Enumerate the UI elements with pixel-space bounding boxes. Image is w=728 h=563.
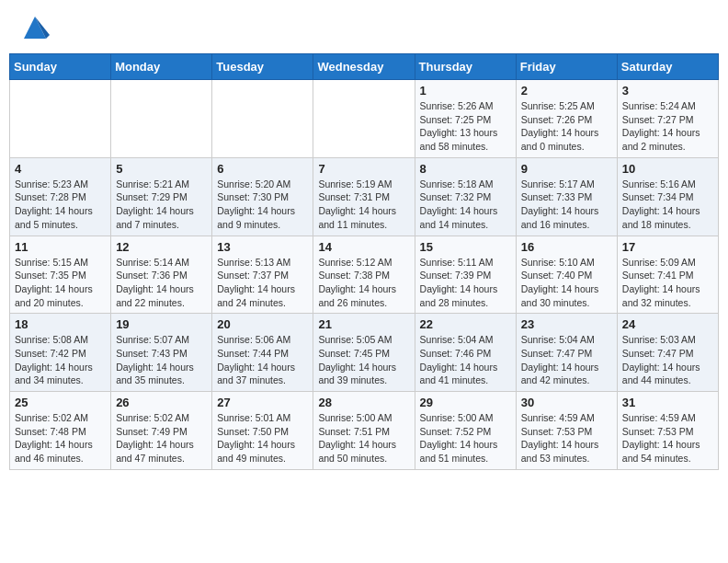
- day-info: Sunrise: 5:08 AM Sunset: 7:42 PM Dayligh…: [15, 333, 106, 387]
- weekday-header-row: SundayMondayTuesdayWednesdayThursdayFrid…: [10, 54, 719, 80]
- day-number: 23: [521, 317, 612, 331]
- week-row-4: 18Sunrise: 5:08 AM Sunset: 7:42 PM Dayli…: [10, 314, 719, 392]
- day-info: Sunrise: 4:59 AM Sunset: 7:53 PM Dayligh…: [521, 411, 612, 465]
- day-cell: 31Sunrise: 4:59 AM Sunset: 7:53 PM Dayli…: [617, 392, 718, 470]
- day-number: 1: [420, 84, 511, 98]
- day-number: 6: [217, 162, 308, 176]
- day-number: 4: [15, 162, 106, 176]
- day-cell: 12Sunrise: 5:14 AM Sunset: 7:36 PM Dayli…: [111, 236, 212, 314]
- day-cell: 25Sunrise: 5:02 AM Sunset: 7:48 PM Dayli…: [10, 392, 111, 470]
- day-info: Sunrise: 5:05 AM Sunset: 7:45 PM Dayligh…: [318, 333, 409, 387]
- day-cell: 23Sunrise: 5:04 AM Sunset: 7:47 PM Dayli…: [516, 314, 617, 392]
- day-number: 25: [15, 396, 106, 409]
- weekday-header-saturday: Saturday: [617, 54, 718, 80]
- day-info: Sunrise: 5:21 AM Sunset: 7:29 PM Dayligh…: [116, 178, 207, 232]
- day-number: 29: [420, 396, 511, 409]
- day-cell: 11Sunrise: 5:15 AM Sunset: 7:35 PM Dayli…: [10, 236, 111, 314]
- day-number: 8: [420, 162, 511, 176]
- day-cell: 27Sunrise: 5:01 AM Sunset: 7:50 PM Dayli…: [212, 392, 313, 470]
- weekday-header-friday: Friday: [516, 54, 617, 80]
- day-number: 16: [521, 240, 612, 254]
- day-cell: 26Sunrise: 5:02 AM Sunset: 7:49 PM Dayli…: [111, 392, 212, 470]
- day-number: 5: [116, 162, 207, 176]
- weekday-header-tuesday: Tuesday: [212, 54, 313, 80]
- day-number: 30: [521, 396, 612, 409]
- day-number: 7: [318, 162, 409, 176]
- week-row-1: 1Sunrise: 5:26 AM Sunset: 7:25 PM Daylig…: [10, 80, 719, 158]
- day-cell: 21Sunrise: 5:05 AM Sunset: 7:45 PM Dayli…: [313, 314, 415, 392]
- day-cell: 28Sunrise: 5:00 AM Sunset: 7:51 PM Dayli…: [313, 392, 415, 470]
- day-info: Sunrise: 5:15 AM Sunset: 7:35 PM Dayligh…: [15, 256, 106, 310]
- day-info: Sunrise: 5:14 AM Sunset: 7:36 PM Dayligh…: [116, 256, 207, 310]
- day-info: Sunrise: 5:01 AM Sunset: 7:50 PM Dayligh…: [217, 411, 308, 465]
- day-info: Sunrise: 5:12 AM Sunset: 7:38 PM Dayligh…: [318, 256, 409, 310]
- day-cell: 16Sunrise: 5:10 AM Sunset: 7:40 PM Dayli…: [516, 236, 617, 314]
- day-cell: 18Sunrise: 5:08 AM Sunset: 7:42 PM Dayli…: [10, 314, 111, 392]
- day-info: Sunrise: 5:02 AM Sunset: 7:49 PM Dayligh…: [116, 411, 207, 465]
- day-number: 17: [622, 240, 713, 254]
- week-row-5: 25Sunrise: 5:02 AM Sunset: 7:48 PM Dayli…: [10, 392, 719, 470]
- day-info: Sunrise: 5:10 AM Sunset: 7:40 PM Dayligh…: [521, 256, 612, 310]
- day-info: Sunrise: 5:13 AM Sunset: 7:37 PM Dayligh…: [217, 256, 308, 310]
- day-number: 28: [318, 396, 409, 409]
- day-cell: 13Sunrise: 5:13 AM Sunset: 7:37 PM Dayli…: [212, 236, 313, 314]
- day-info: Sunrise: 5:24 AM Sunset: 7:27 PM Dayligh…: [622, 99, 713, 154]
- day-number: 12: [116, 240, 207, 254]
- day-cell: 22Sunrise: 5:04 AM Sunset: 7:46 PM Dayli…: [415, 314, 516, 392]
- day-number: 14: [318, 240, 409, 254]
- day-info: Sunrise: 5:23 AM Sunset: 7:28 PM Dayligh…: [15, 178, 106, 232]
- day-cell: 1Sunrise: 5:26 AM Sunset: 7:25 PM Daylig…: [415, 80, 516, 158]
- weekday-header-wednesday: Wednesday: [313, 54, 415, 80]
- day-info: Sunrise: 5:18 AM Sunset: 7:32 PM Dayligh…: [420, 178, 511, 232]
- day-info: Sunrise: 5:04 AM Sunset: 7:46 PM Dayligh…: [420, 333, 511, 387]
- day-number: 18: [15, 317, 106, 331]
- day-cell: 29Sunrise: 5:00 AM Sunset: 7:52 PM Dayli…: [415, 392, 516, 470]
- day-number: 31: [622, 396, 713, 409]
- day-cell: [212, 80, 313, 158]
- day-cell: [111, 80, 212, 158]
- day-cell: 20Sunrise: 5:06 AM Sunset: 7:44 PM Dayli…: [212, 314, 313, 392]
- calendar-table: SundayMondayTuesdayWednesdayThursdayFrid…: [9, 53, 719, 470]
- day-number: 3: [622, 84, 713, 98]
- day-info: Sunrise: 5:16 AM Sunset: 7:34 PM Dayligh…: [622, 178, 713, 232]
- day-info: Sunrise: 5:07 AM Sunset: 7:43 PM Dayligh…: [116, 333, 207, 387]
- day-cell: 8Sunrise: 5:18 AM Sunset: 7:32 PM Daylig…: [415, 157, 516, 236]
- day-info: Sunrise: 5:00 AM Sunset: 7:51 PM Dayligh…: [318, 411, 409, 465]
- day-info: Sunrise: 5:11 AM Sunset: 7:39 PM Dayligh…: [420, 256, 511, 310]
- week-row-2: 4Sunrise: 5:23 AM Sunset: 7:28 PM Daylig…: [10, 157, 719, 236]
- day-info: Sunrise: 5:00 AM Sunset: 7:52 PM Dayligh…: [420, 411, 511, 465]
- day-info: Sunrise: 5:20 AM Sunset: 7:30 PM Dayligh…: [217, 178, 308, 232]
- day-info: Sunrise: 5:25 AM Sunset: 7:26 PM Dayligh…: [521, 99, 612, 154]
- day-info: Sunrise: 5:06 AM Sunset: 7:44 PM Dayligh…: [217, 333, 308, 387]
- day-cell: 2Sunrise: 5:25 AM Sunset: 7:26 PM Daylig…: [516, 80, 617, 158]
- day-cell: 10Sunrise: 5:16 AM Sunset: 7:34 PM Dayli…: [617, 157, 718, 236]
- day-info: Sunrise: 5:26 AM Sunset: 7:25 PM Dayligh…: [420, 99, 511, 154]
- day-info: Sunrise: 5:04 AM Sunset: 7:47 PM Dayligh…: [521, 333, 612, 387]
- day-info: Sunrise: 5:03 AM Sunset: 7:47 PM Dayligh…: [622, 333, 713, 387]
- day-number: 15: [420, 240, 511, 254]
- day-number: 19: [116, 317, 207, 331]
- day-number: 2: [521, 84, 612, 98]
- page-header: [9, 9, 719, 46]
- day-cell: 17Sunrise: 5:09 AM Sunset: 7:41 PM Dayli…: [617, 236, 718, 314]
- day-info: Sunrise: 5:02 AM Sunset: 7:48 PM Dayligh…: [15, 411, 106, 465]
- day-info: Sunrise: 5:19 AM Sunset: 7:31 PM Dayligh…: [318, 178, 409, 232]
- day-cell: 6Sunrise: 5:20 AM Sunset: 7:30 PM Daylig…: [212, 157, 313, 236]
- day-cell: 30Sunrise: 4:59 AM Sunset: 7:53 PM Dayli…: [516, 392, 617, 470]
- day-info: Sunrise: 5:09 AM Sunset: 7:41 PM Dayligh…: [622, 256, 713, 310]
- day-cell: 19Sunrise: 5:07 AM Sunset: 7:43 PM Dayli…: [111, 314, 212, 392]
- day-number: 11: [15, 240, 106, 254]
- day-number: 27: [217, 396, 308, 409]
- logo-icon: [20, 13, 50, 42]
- day-cell: 15Sunrise: 5:11 AM Sunset: 7:39 PM Dayli…: [415, 236, 516, 314]
- day-number: 9: [521, 162, 612, 176]
- day-number: 20: [217, 317, 308, 331]
- day-cell: 3Sunrise: 5:24 AM Sunset: 7:27 PM Daylig…: [617, 80, 718, 158]
- day-cell: 24Sunrise: 5:03 AM Sunset: 7:47 PM Dayli…: [617, 314, 718, 392]
- day-cell: 9Sunrise: 5:17 AM Sunset: 7:33 PM Daylig…: [516, 157, 617, 236]
- day-cell: 7Sunrise: 5:19 AM Sunset: 7:31 PM Daylig…: [313, 157, 415, 236]
- weekday-header-sunday: Sunday: [10, 54, 111, 80]
- day-number: 26: [116, 396, 207, 409]
- day-info: Sunrise: 5:17 AM Sunset: 7:33 PM Dayligh…: [521, 178, 612, 232]
- day-cell: [313, 80, 415, 158]
